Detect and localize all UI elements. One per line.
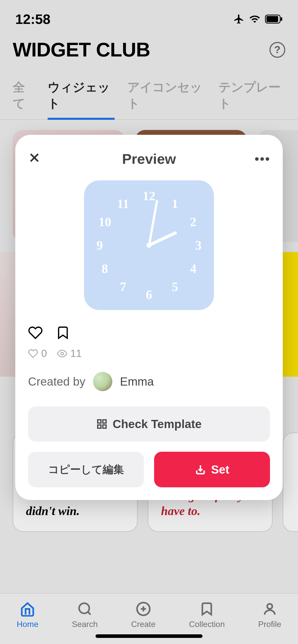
home-indicator[interactable] <box>96 634 202 638</box>
clock-center <box>146 243 152 248</box>
clock-num-5: 5 <box>172 279 178 294</box>
creator-avatar <box>93 372 112 391</box>
clock-num-7: 7 <box>120 279 126 294</box>
svg-point-11 <box>61 352 63 355</box>
grid-icon <box>96 418 107 430</box>
close-icon <box>28 151 41 164</box>
copy-edit-label: コピーして編集 <box>48 463 124 475</box>
like-count: 0 <box>28 348 47 359</box>
clock-hour-hand <box>148 231 177 247</box>
more-button[interactable]: ••• <box>255 152 270 166</box>
check-template-label: Check Template <box>113 417 201 431</box>
modal-title: Preview <box>122 151 176 167</box>
like-button[interactable] <box>28 325 43 340</box>
clock-minute-hand <box>148 200 158 245</box>
set-label: Set <box>211 463 229 476</box>
creator-name: Emma <box>120 375 154 388</box>
like-count-value: 0 <box>41 348 47 359</box>
stats-row: 0 11 <box>28 348 270 359</box>
eye-icon <box>57 348 67 359</box>
modal-header: Preview ••• <box>28 150 270 168</box>
clock-face: 12 1 2 3 4 5 6 7 8 9 10 11 <box>84 180 214 310</box>
svg-rect-14 <box>98 425 101 428</box>
creator-row[interactable]: Created by Emma <box>28 372 270 391</box>
check-template-button[interactable]: Check Template <box>28 406 270 442</box>
modal-button-row: コピーして編集 Set <box>28 452 270 487</box>
copy-edit-button[interactable]: コピーして編集 <box>28 452 144 487</box>
svg-rect-15 <box>103 425 106 428</box>
action-icons-row <box>28 325 270 340</box>
clock-num-4: 4 <box>190 261 196 276</box>
svg-rect-13 <box>103 420 106 423</box>
close-button[interactable] <box>28 150 43 168</box>
clock-num-2: 2 <box>190 214 196 229</box>
clock-num-11: 11 <box>117 196 129 211</box>
download-icon <box>195 464 206 475</box>
created-by-label: Created by <box>28 375 85 388</box>
widget-preview-clock: 12 1 2 3 4 5 6 7 8 9 10 11 <box>84 180 214 310</box>
bookmark-button[interactable] <box>56 325 70 340</box>
clock-num-12: 12 <box>143 188 155 203</box>
clock-num-9: 9 <box>97 238 103 253</box>
svg-rect-12 <box>98 420 101 423</box>
clock-num-6: 6 <box>146 287 152 302</box>
view-count-value: 11 <box>70 348 82 359</box>
clock-num-1: 1 <box>172 196 178 211</box>
clock-num-10: 10 <box>99 214 111 229</box>
heart-icon <box>28 348 38 359</box>
clock-num-8: 8 <box>102 261 108 276</box>
set-button[interactable]: Set <box>154 452 270 487</box>
view-count: 11 <box>57 348 82 359</box>
clock-num-3: 3 <box>195 238 201 253</box>
preview-modal: Preview ••• 12 1 2 3 4 5 6 7 8 9 10 11 0 <box>15 135 283 500</box>
